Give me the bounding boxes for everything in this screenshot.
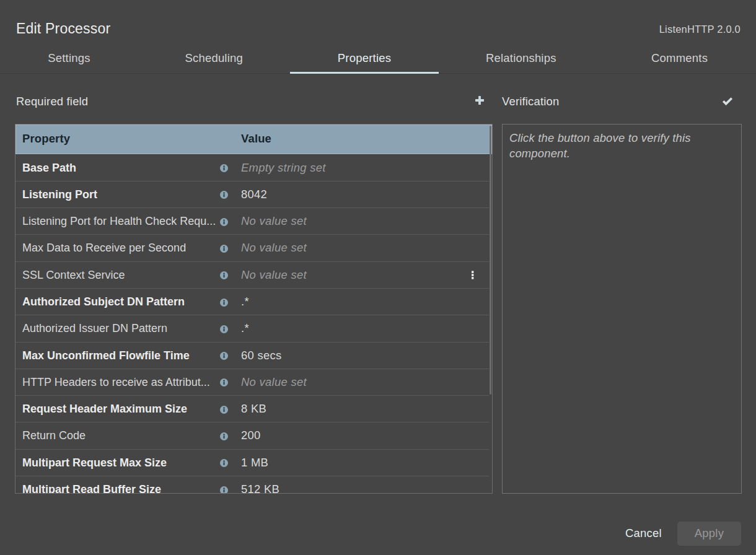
table-row[interactable]: Listening Port for Health Check Requ... …	[15, 208, 489, 235]
properties-table: Property Value Base Path Empty string se…	[15, 124, 493, 494]
property-name: Authorized Subject DN Pattern	[22, 289, 185, 315]
verify-button[interactable]	[719, 94, 735, 110]
property-name: Listening Port	[22, 181, 97, 208]
column-header-property: Property	[22, 125, 70, 154]
tab-properties[interactable]: Properties	[290, 44, 439, 73]
info-icon[interactable]	[220, 164, 228, 172]
info-icon[interactable]	[220, 378, 228, 386]
tab-bar: Settings Scheduling Properties Relations…	[0, 44, 756, 74]
info-icon[interactable]	[220, 271, 228, 279]
property-value: .*	[241, 315, 249, 341]
verification-hint: Click the button above to verify this co…	[509, 131, 714, 161]
table-row[interactable]: Authorized Subject DN Pattern .*	[15, 289, 489, 315]
add-property-button[interactable]	[472, 94, 487, 109]
verification-panel: Click the button above to verify this co…	[502, 124, 742, 494]
property-value: .*	[241, 289, 249, 315]
property-value: 60 secs	[241, 343, 281, 369]
property-value: 1 MB	[241, 450, 268, 476]
info-icon[interactable]	[220, 298, 228, 306]
table-row[interactable]: Base Path Empty string set	[15, 155, 489, 181]
property-value: 512 KB	[241, 476, 279, 494]
info-icon[interactable]	[220, 325, 228, 333]
property-value: Empty string set	[241, 155, 326, 181]
property-name: Multipart Read Buffer Size	[22, 476, 161, 494]
info-icon[interactable]	[220, 190, 228, 198]
table-row[interactable]: Listening Port 8042	[15, 181, 489, 208]
property-name: Base Path	[22, 155, 76, 181]
property-value: 8 KB	[241, 396, 266, 422]
verification-label: Verification	[502, 95, 559, 108]
property-value: No value set	[241, 208, 307, 234]
property-name: Request Header Maximum Size	[22, 396, 187, 422]
property-name: Authorized Issuer DN Pattern	[22, 315, 167, 341]
processor-type-version: ListenHTTP 2.0.0	[659, 24, 741, 35]
property-name: Max Data to Receive per Second	[22, 235, 186, 261]
info-icon[interactable]	[220, 217, 228, 225]
table-row[interactable]: Return Code 200	[15, 422, 489, 449]
required-field-label: Required field	[16, 95, 88, 108]
table-row[interactable]: HTTP Headers to receive as Attribut... N…	[15, 369, 489, 396]
info-icon[interactable]	[220, 432, 228, 440]
apply-button[interactable]: Apply	[677, 522, 741, 546]
table-row[interactable]: Multipart Request Max Size 1 MB	[15, 450, 489, 476]
table-row[interactable]: Request Header Maximum Size 8 KB	[15, 396, 489, 422]
table-row[interactable]: Max Unconfirmed Flowfile Time 60 secs	[15, 343, 489, 369]
row-menu-kebab-icon[interactable]	[466, 268, 480, 282]
tab-relationships[interactable]: Relationships	[439, 44, 603, 73]
property-name: Multipart Request Max Size	[22, 450, 167, 476]
column-header-value: Value	[241, 125, 271, 154]
tab-settings[interactable]: Settings	[0, 44, 138, 73]
info-icon[interactable]	[220, 486, 228, 494]
property-name: HTTP Headers to receive as Attribut...	[22, 369, 210, 395]
property-value: No value set	[241, 235, 307, 261]
table-row[interactable]: Multipart Read Buffer Size 512 KB	[15, 476, 489, 494]
table-header-row: Property Value	[15, 125, 492, 155]
table-body: Base Path Empty string set Listening Por…	[15, 155, 489, 494]
tab-scheduling[interactable]: Scheduling	[138, 44, 290, 73]
info-icon[interactable]	[220, 405, 228, 413]
table-row[interactable]: SSL Context Service No value set	[15, 262, 489, 289]
property-value: No value set	[241, 262, 307, 288]
check-icon	[721, 95, 734, 110]
property-value: 200	[241, 422, 261, 448]
property-name: Max Unconfirmed Flowfile Time	[22, 343, 190, 369]
info-icon[interactable]	[220, 351, 228, 359]
property-value: No value set	[241, 369, 307, 395]
info-icon[interactable]	[220, 244, 228, 252]
property-value: 8042	[241, 181, 267, 208]
info-icon[interactable]	[220, 458, 228, 466]
property-name: SSL Context Service	[22, 262, 125, 288]
property-name: Listening Port for Health Check Requ...	[22, 208, 216, 234]
cancel-button[interactable]: Cancel	[609, 522, 662, 545]
dialog-title: Edit Processor	[16, 20, 110, 37]
table-scrollbar[interactable]	[490, 126, 491, 395]
table-row[interactable]: Max Data to Receive per Second No value …	[15, 235, 489, 261]
tab-comments[interactable]: Comments	[603, 44, 756, 73]
plus-icon	[474, 95, 485, 108]
property-name: Return Code	[22, 422, 86, 448]
table-row[interactable]: Authorized Issuer DN Pattern .*	[15, 315, 489, 342]
